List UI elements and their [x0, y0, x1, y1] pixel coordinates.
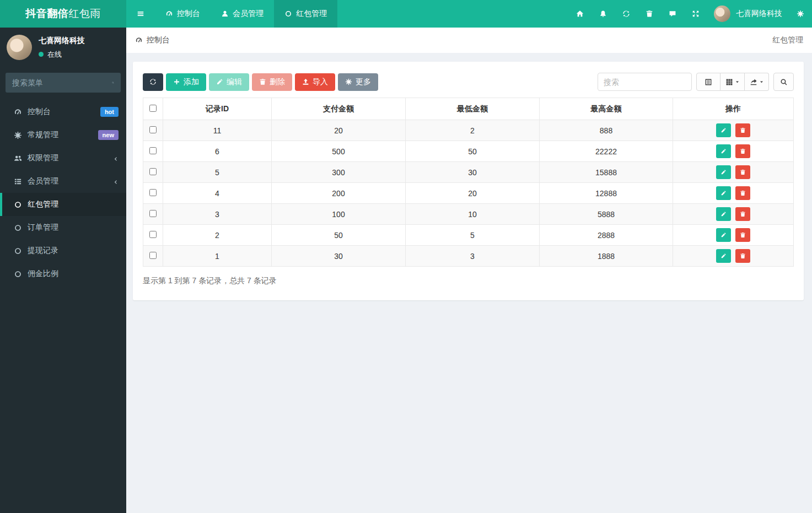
table-row[interactable]: 4 200 20 12888: [143, 183, 794, 204]
more-button[interactable]: 更多: [338, 73, 378, 91]
col-max-amount: 最高金额: [540, 98, 673, 120]
import-button[interactable]: 导入: [295, 73, 335, 91]
row-checkbox[interactable]: [149, 189, 157, 196]
sidebar-item-redpacket[interactable]: 红包管理: [0, 193, 126, 216]
row-checkbox[interactable]: [149, 147, 157, 154]
bell-icon: [599, 10, 607, 18]
cell-pay-amount: 30: [272, 246, 406, 267]
row-edit-button[interactable]: [716, 207, 731, 221]
search-icon[interactable]: [112, 79, 114, 87]
cell-record-id: 2: [163, 225, 272, 246]
col-pay-amount: 支付金额: [272, 98, 406, 120]
circle-icon: [14, 247, 22, 255]
topnav-item-members[interactable]: 会员管理: [211, 0, 274, 28]
sidebar-item-members[interactable]: 会员管理: [0, 170, 126, 193]
sidebar-item-dashboard[interactable]: 控制台 hot: [0, 100, 126, 123]
settings-button[interactable]: [789, 0, 812, 28]
topnav-item-dashboard[interactable]: 控制台: [155, 0, 211, 28]
row-checkbox[interactable]: [149, 210, 157, 217]
avatar: [7, 35, 32, 60]
sidebar-item-commission[interactable]: 佣金比例: [0, 262, 126, 285]
user-menu[interactable]: 七喜网络科技: [707, 0, 789, 28]
sidebar-item-label: 佣金比例: [28, 269, 58, 279]
cell-record-id: 3: [163, 204, 272, 225]
cell-min-amount: 50: [406, 141, 540, 162]
notifications-button[interactable]: [591, 0, 615, 28]
cell-max-amount: 12888: [540, 183, 673, 204]
fullscreen-button[interactable]: [684, 0, 707, 28]
row-edit-button[interactable]: [716, 249, 731, 263]
cogs-icon: [797, 10, 804, 18]
row-edit-button[interactable]: [716, 228, 731, 242]
chevron-left-icon: [112, 154, 119, 163]
export-dropdown-button[interactable]: [745, 73, 769, 91]
pencil-icon: [720, 211, 727, 217]
menu-search-input[interactable]: [12, 78, 112, 87]
topnav-item-redpacket[interactable]: 红包管理: [274, 0, 337, 28]
row-edit-button[interactable]: [716, 165, 731, 179]
table-row[interactable]: 11 20 2 888: [143, 120, 794, 141]
cell-max-amount: 1888: [540, 246, 673, 267]
cell-max-amount: 5888: [540, 204, 673, 225]
select-all-checkbox[interactable]: [149, 105, 157, 112]
sidebar-toggle-button[interactable]: [126, 0, 155, 28]
home-button[interactable]: [568, 0, 591, 28]
row-delete-button[interactable]: [735, 207, 750, 221]
row-checkbox[interactable]: [149, 126, 157, 133]
columns-dropdown-button[interactable]: [720, 73, 745, 91]
row-edit-button[interactable]: [716, 186, 731, 200]
row-delete-button[interactable]: [735, 228, 750, 242]
trash-icon: [740, 232, 746, 238]
chat-button[interactable]: [661, 0, 684, 28]
row-edit-button[interactable]: [716, 123, 731, 137]
app-logo[interactable]: 抖音翻倍红包雨: [0, 0, 126, 28]
col-actions: 操作: [673, 98, 794, 120]
row-delete-button[interactable]: [735, 144, 750, 158]
sidebar-item-permissions[interactable]: 权限管理: [0, 147, 126, 170]
new-badge: new: [98, 130, 119, 140]
refresh-button[interactable]: [143, 73, 163, 91]
edit-button[interactable]: 编辑: [209, 73, 249, 91]
row-delete-button[interactable]: [735, 165, 750, 179]
search-submit-button[interactable]: [773, 73, 794, 91]
trash-icon: [740, 211, 746, 217]
table-row[interactable]: 2 50 5 2888: [143, 225, 794, 246]
table-search-input[interactable]: [598, 73, 692, 91]
edit-label: 编辑: [227, 77, 242, 87]
row-edit-button[interactable]: [716, 144, 731, 158]
dashboard-icon: [135, 36, 143, 44]
more-label: 更多: [356, 77, 371, 87]
add-label: 添加: [184, 77, 199, 87]
row-checkbox[interactable]: [149, 252, 157, 259]
sidebar-item-withdrawals[interactable]: 提现记录: [0, 239, 126, 262]
sidebar-item-general[interactable]: 常规管理 new: [0, 123, 126, 147]
table-row[interactable]: 3 100 10 5888: [143, 204, 794, 225]
select-all-header: [143, 98, 163, 120]
row-checkbox[interactable]: [149, 231, 157, 238]
row-checkbox[interactable]: [149, 168, 157, 175]
upload-icon: [302, 78, 309, 85]
breadcrumb[interactable]: 控制台: [135, 35, 170, 45]
chevron-left-icon: [112, 177, 119, 186]
delete-button[interactable]: 删除: [252, 73, 292, 91]
cell-pay-amount: 50: [272, 225, 406, 246]
row-delete-button[interactable]: [735, 186, 750, 200]
logo-text-light: 红包雨: [68, 7, 101, 21]
row-delete-button[interactable]: [735, 123, 750, 137]
circle-icon: [14, 201, 22, 209]
cell-min-amount: 3: [406, 246, 540, 267]
cell-record-id: 4: [163, 183, 272, 204]
table-row[interactable]: 1 30 3 1888: [143, 246, 794, 267]
table-row[interactable]: 5 300 30 15888: [143, 162, 794, 183]
add-button[interactable]: 添加: [166, 73, 206, 91]
table-row[interactable]: 6 500 50 22222: [143, 141, 794, 162]
clear-cache-button[interactable]: [638, 0, 661, 28]
trash-icon: [740, 190, 746, 196]
sidebar-item-orders[interactable]: 订单管理: [0, 216, 126, 239]
pencil-icon: [720, 148, 727, 154]
hot-badge: hot: [100, 107, 119, 117]
toggle-detail-view-button[interactable]: [696, 73, 720, 91]
row-delete-button[interactable]: [735, 249, 750, 263]
refresh-page-button[interactable]: [615, 0, 638, 28]
cell-actions: [673, 162, 794, 183]
